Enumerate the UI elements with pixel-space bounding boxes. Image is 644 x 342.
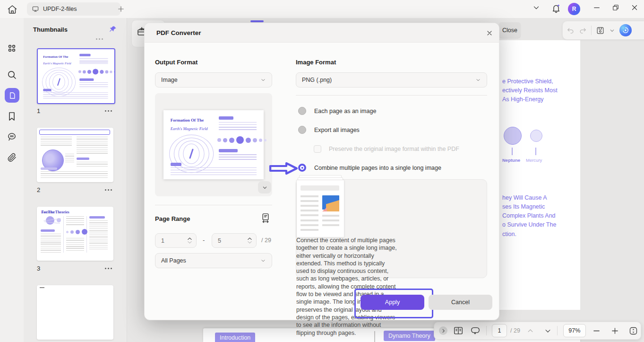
tab-title: UPDF-2-files <box>43 6 77 12</box>
zoom-level-input[interactable]: 97% <box>563 324 586 337</box>
planets-row-small <box>66 228 84 235</box>
window-minimize-button[interactable] <box>592 3 601 15</box>
dialog-close-icon[interactable] <box>486 29 493 37</box>
previous-page-chevron-icon[interactable] <box>527 327 534 334</box>
doc-text-line: ction. <box>502 231 516 237</box>
zoom-out-icon[interactable] <box>592 327 601 335</box>
close-label: Close <box>502 27 517 34</box>
planet-label: Mercury <box>526 158 542 163</box>
next-page-chevron-icon[interactable] <box>544 327 551 334</box>
doc-text-line: ses Its Magnetic <box>502 203 545 210</box>
comments-icon[interactable] <box>6 131 17 142</box>
tab-list-dropdown[interactable] <box>532 3 541 15</box>
option-label: Each page as an image <box>314 108 376 114</box>
viewer-status-bar: 1 / 29 97% <box>434 322 641 340</box>
magnetic-field-diagram <box>169 135 215 173</box>
hidden-tab-indicator <box>250 20 264 22</box>
page-thumbnail-2[interactable] <box>37 128 113 182</box>
apps-grid-icon[interactable] <box>6 43 17 54</box>
two-page-view-icon[interactable] <box>453 325 464 336</box>
sidebar-item-thumbnails-active[interactable] <box>5 88 19 103</box>
thumbnail-menu-icon[interactable] <box>105 268 106 269</box>
option-preserve-original-format[interactable]: Preserve the original image format withi… <box>314 145 459 153</box>
option-combine-into-long-image[interactable]: Combine multiple pages into a single lon… <box>298 164 441 172</box>
doc-text-line: ectively Resists Most <box>502 87 558 94</box>
option-each-page-as-image[interactable]: Each page as an image <box>298 107 376 115</box>
preview-page: Formation Of The Earth's Magnetic Field <box>163 110 264 179</box>
document-tab[interactable]: UPDF-2-files <box>27 2 120 16</box>
collapse-toolbar-icon[interactable] <box>439 326 447 335</box>
long-image-illustration <box>296 180 343 237</box>
user-avatar[interactable]: R <box>568 3 580 15</box>
notifications-bell-icon[interactable] <box>551 3 561 15</box>
left-icon-rail <box>0 18 24 342</box>
planets-row <box>217 135 259 146</box>
undo-icon[interactable] <box>567 26 575 35</box>
search-icon[interactable] <box>6 69 17 80</box>
thumbnail-menu-icon[interactable] <box>105 189 106 191</box>
attachment-paperclip-icon[interactable] <box>6 152 17 163</box>
quick-actions-toolbar <box>562 21 644 40</box>
panel-drag-handle[interactable] <box>96 38 97 40</box>
section-chip: Introduction <box>215 333 255 342</box>
new-tab-button[interactable] <box>117 5 125 13</box>
page-range-to-input[interactable]: 5 <box>212 233 257 248</box>
output-format-select[interactable]: Image <box>155 72 272 88</box>
option-label: Combine multiple pages into a single lon… <box>314 165 441 171</box>
doc-text-line: Complex Plants And <box>502 212 556 219</box>
page-scope-value: All Pages <box>161 257 186 264</box>
page-thumbnail-4[interactable] <box>37 285 113 340</box>
annotation-arrow-icon <box>269 162 298 175</box>
toolbar-separator <box>557 326 558 335</box>
conversion-preview-panel: Formation Of The Earth's Magnetic Field <box>155 93 272 196</box>
bookmark-icon[interactable] <box>6 111 17 122</box>
cancel-button[interactable]: Cancel <box>429 295 492 310</box>
stepper-arrows-icon[interactable] <box>187 237 192 244</box>
apply-button[interactable]: Apply <box>361 295 424 310</box>
page1-title-line2: Earth's Magnetic Field <box>171 126 208 131</box>
page-range-from-input[interactable]: 1 <box>155 233 197 248</box>
chevron-down-icon <box>475 77 481 83</box>
page1-title-line1: Formation Of The <box>43 55 68 59</box>
planet-label: Neptune <box>502 158 520 163</box>
save-icon[interactable] <box>596 26 605 35</box>
chevron-down-icon <box>260 258 266 263</box>
home-button[interactable] <box>7 4 18 15</box>
planets-row <box>78 68 110 76</box>
converter-close-button[interactable]: Close <box>499 22 521 38</box>
range-separator: - <box>203 237 205 244</box>
window-close-button[interactable] <box>630 3 639 15</box>
checkbox-disabled-icon[interactable] <box>314 145 321 153</box>
page-range-swap-icon[interactable] <box>260 212 271 223</box>
doc-text-line: e Protective Shield, <box>502 78 553 85</box>
presentation-mode-icon[interactable] <box>470 325 481 336</box>
page-thumbnail-1[interactable]: Formation Of The Earth's Magnetic Field <box>37 48 115 104</box>
page-thumbnail-3[interactable]: Evidence For The Theories <box>37 207 113 261</box>
page3-title-rest: For The Theories <box>41 210 69 214</box>
page3-mini-preview: Evidence For The Theories <box>37 207 112 259</box>
pin-icon[interactable] <box>109 25 117 34</box>
option-export-all-images[interactable]: Export all images <box>298 126 360 134</box>
radio-selected-icon[interactable] <box>298 164 306 172</box>
image-format-select[interactable]: PNG (.png) <box>296 72 487 88</box>
thumbnail-menu-icon[interactable] <box>105 110 106 112</box>
preview-next-chevron-icon[interactable] <box>258 181 271 193</box>
page-number-input[interactable]: 1 <box>492 324 507 337</box>
window-restore-button[interactable] <box>611 3 620 15</box>
ai-assistant-icon[interactable] <box>619 24 632 36</box>
option-label: Export all images <box>314 127 360 133</box>
page-scope-select[interactable]: All Pages <box>155 253 272 268</box>
cancel-label: Cancel <box>451 299 470 306</box>
page1-title-line1: Formation Of The <box>171 118 204 123</box>
radio-unselected-icon[interactable] <box>298 126 306 134</box>
fit-page-icon[interactable] <box>628 326 638 336</box>
save-options-chevron-icon[interactable] <box>609 27 615 34</box>
stepper-arrows-icon[interactable] <box>247 237 252 244</box>
doc-text-line: As High-Energy <box>502 96 544 103</box>
zoom-in-icon[interactable] <box>611 327 619 335</box>
zoom-level-value: 97% <box>568 327 580 334</box>
redo-icon[interactable] <box>579 26 587 35</box>
radio-unselected-icon[interactable] <box>298 107 306 115</box>
page2-mini-preview <box>37 128 112 180</box>
network-diagram <box>41 215 60 227</box>
